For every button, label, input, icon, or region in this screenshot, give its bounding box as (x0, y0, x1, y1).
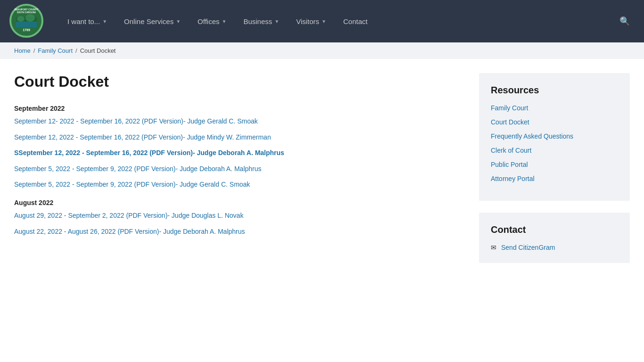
chevron-down-icon: ▼ (322, 19, 326, 24)
chevron-down-icon: ▼ (102, 19, 107, 24)
search-icon[interactable]: 🔍 (615, 11, 635, 31)
docket-link[interactable]: August 29, 2022 - September 2, 2022 (PDF… (14, 211, 460, 221)
docket-link[interactable]: September 5, 2022 - September 9, 2022 (P… (14, 180, 460, 189)
section-month-september: September 2022 (14, 105, 460, 112)
send-citizengram-link[interactable]: Send CitizenGram (501, 244, 555, 251)
nav-item-visitors[interactable]: Visitors ▼ (288, 13, 335, 30)
sidebar-contact-box: Contact ✉ Send CitizenGram (479, 213, 630, 263)
sidebar-contact-title: Contact (491, 224, 618, 235)
nav-item-online-services[interactable]: Online Services ▼ (116, 13, 189, 30)
sidebar-link-public-portal[interactable]: Public Portal (491, 161, 618, 168)
svg-text:SOUTH CAROLINA: SOUTH CAROLINA (17, 11, 36, 14)
breadcrumb-current: Court Docket (80, 47, 116, 54)
page-title: Court Docket (14, 73, 460, 90)
nav-item-contact[interactable]: Contact (335, 13, 376, 30)
svg-text:1789: 1789 (23, 28, 30, 32)
sidebar-link-family-court[interactable]: Family Court (491, 104, 618, 112)
chevron-down-icon: ▼ (176, 19, 181, 24)
sidebar-resources-box: Resources Family Court Court Docket Freq… (479, 73, 630, 201)
breadcrumb-family-court[interactable]: Family Court (38, 47, 73, 54)
section-month-august: August 2022 (14, 199, 460, 206)
docket-section-august: August 2022 August 29, 2022 - September … (14, 199, 460, 236)
envelope-icon: ✉ (491, 244, 496, 251)
sidebar-link-clerk-of-court[interactable]: Clerk of Court (491, 147, 618, 154)
content-area: Court Docket September 2022 September 12… (14, 73, 460, 243)
sidebar-link-faq[interactable]: Frequently Asked Questions (491, 132, 618, 140)
svg-point-4 (17, 16, 25, 22)
docket-link-bold[interactable]: SSeptember 12, 2022 - September 16, 2022… (14, 148, 460, 158)
main-container: Court Docket September 2022 September 12… (0, 59, 644, 298)
breadcrumb-home[interactable]: Home (14, 47, 31, 54)
docket-section-september: September 2022 September 12- 2022 - Sept… (14, 105, 460, 189)
chevron-down-icon: ▼ (222, 19, 226, 24)
chevron-down-icon: ▼ (274, 19, 279, 24)
docket-link[interactable]: September 5, 2022 - September 9, 2022 (P… (14, 165, 460, 174)
sidebar: Resources Family Court Court Docket Freq… (479, 73, 630, 275)
svg-point-5 (25, 14, 35, 22)
breadcrumb-separator: / (75, 47, 77, 54)
nav-menu: I want to... ▼ Online Services ▼ Offices… (59, 13, 615, 30)
docket-link[interactable]: August 22, 2022 - August 26, 2022 (PDF V… (14, 227, 460, 237)
contact-item: ✉ Send CitizenGram (491, 244, 618, 251)
nav-item-i-want-to[interactable]: I want to... ▼ (59, 13, 116, 30)
docket-link[interactable]: September 12, 2022 - September 16, 2022 … (14, 133, 460, 142)
nav-item-business[interactable]: Business ▼ (235, 13, 288, 30)
sidebar-link-court-docket[interactable]: Court Docket (491, 118, 618, 126)
breadcrumb-separator: / (33, 47, 35, 54)
sidebar-resources-title: Resources (491, 85, 618, 96)
sidebar-link-attorney-portal[interactable]: Attorney Portal (491, 175, 618, 182)
breadcrumb: Home / Family Court / Court Docket (0, 42, 644, 59)
nav-item-offices[interactable]: Offices ▼ (189, 13, 235, 30)
svg-rect-6 (16, 22, 37, 27)
svg-text:BEAUFORT COUNTY: BEAUFORT COUNTY (15, 8, 39, 11)
docket-link[interactable]: September 12- 2022 - September 16, 2022 … (14, 117, 460, 126)
main-nav: BEAUFORT COUNTY SOUTH CAROLINA 1789 I wa… (0, 0, 644, 42)
site-logo[interactable]: BEAUFORT COUNTY SOUTH CAROLINA 1789 (9, 4, 45, 39)
